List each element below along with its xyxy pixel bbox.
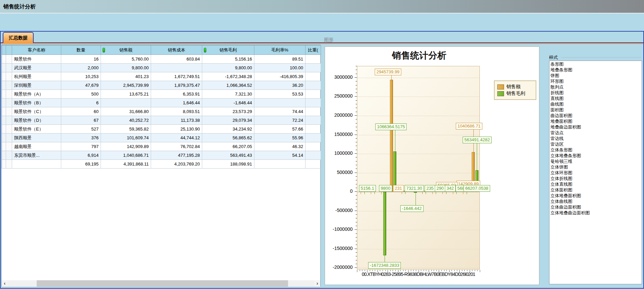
data-label: 235 [425, 185, 435, 192]
style-option[interactable]: 直线图 [549, 96, 642, 101]
column-header-7[interactable]: 比重( [306, 45, 321, 55]
chart-plot-area: 2945739.991066364.51751040686.71563491.4… [357, 66, 480, 269]
chart-style-listbox[interactable]: 条形图堆叠条形图饼图环形图散列点折线图直线图曲线图面积图曲边面积图堆叠面积图堆叠… [549, 61, 642, 284]
style-group-label: 样式 [549, 55, 558, 61]
table-row[interactable]: 顺景软件（A）50013,675.216,353.917,321.3053.53 [2, 90, 321, 99]
row-marker-cell [2, 116, 6, 125]
style-option[interactable]: 曼哈顿三维 [549, 158, 642, 164]
table-row[interactable]: 顺景软件（B）61,646.44-1,646.44 [2, 99, 321, 107]
y-axis-tick [356, 203, 357, 203]
y-axis-tick [356, 89, 357, 89]
table-cell: 6,914 [61, 151, 101, 160]
column-header-4[interactable]: 销售成本 [151, 45, 202, 55]
table-row[interactable]: 武汉顺景2,0009,800.009,800.00100.00 [2, 64, 321, 72]
column-header-3[interactable]: 销售额 [101, 45, 151, 55]
table-cell: 69,195 [61, 160, 101, 169]
column-header-2[interactable]: 数量 [61, 45, 101, 55]
table-cell: 500 [61, 90, 101, 99]
table-row[interactable]: 深圳顺景47,6792,945,739.991,879,375.471,066,… [2, 81, 321, 90]
style-option[interactable]: 立体条形图 [549, 147, 642, 153]
style-option[interactable]: 曲线图 [549, 101, 642, 107]
style-option[interactable]: 雷达区 [549, 141, 642, 147]
y-axis-tick [355, 153, 357, 154]
y-axis-tick [356, 176, 357, 177]
row-marker-cell [6, 151, 12, 160]
table-cell [306, 64, 321, 72]
row-marker-cell [6, 90, 12, 99]
table-row[interactable]: 顺景软件（C）6031,666.808,093.5123,573.2974.44 [2, 107, 321, 116]
style-option[interactable]: 堆叠面积图 [549, 118, 642, 124]
column-header-6[interactable]: 毛利率% [254, 45, 306, 55]
row-marker-cell [2, 72, 6, 81]
style-option[interactable]: 堆叠曲边面积图 [549, 124, 642, 130]
table-cell: 5,156.16 [202, 55, 254, 64]
style-option[interactable]: 环形图 [549, 78, 642, 84]
style-option[interactable]: 饼图 [549, 73, 642, 78]
style-option[interactable]: 条形图 [549, 61, 642, 67]
row-marker-cell [2, 55, 6, 64]
style-option[interactable]: 立体堆叠条形图 [549, 153, 642, 158]
y-axis-tick [356, 252, 357, 253]
style-option[interactable]: 堆叠条形图 [549, 67, 642, 73]
column-header-1[interactable]: 客户名称 [12, 45, 61, 55]
table-total-row[interactable]: 69,1954,391,868.114,203,769.20188,098.91 [2, 160, 321, 169]
style-option[interactable]: 立体饼图 [549, 164, 642, 170]
style-option[interactable]: 立体环形图 [549, 170, 642, 176]
tab-summary-data[interactable]: 汇总数据 [3, 32, 34, 43]
table-cell: 2,000 [61, 64, 101, 72]
table-cell: 10,253 [61, 72, 101, 81]
x-axis-tick [452, 270, 452, 271]
table-cell: 1,646.44 [151, 99, 202, 107]
style-option[interactable]: 立体堆叠曲边面积图 [549, 210, 642, 216]
table-row[interactable]: 越南顺景797142,909.8976,702.8466,207.0546.32 [2, 142, 321, 151]
style-option[interactable]: 雷达点 [549, 130, 642, 136]
style-option[interactable]: 雷达线 [549, 136, 642, 141]
bar-销售额-深圳顺景 [390, 80, 393, 192]
y-axis-tick [356, 112, 357, 112]
row-marker-header [6, 45, 12, 55]
style-option[interactable]: 立体面积图 [549, 187, 642, 193]
table-cell: 23,573.29 [202, 107, 254, 116]
style-option[interactable]: 立体堆叠面积图 [549, 193, 642, 198]
y-axis-tick [356, 180, 357, 180]
y-axis-tick-label: -500000 [326, 208, 353, 213]
y-axis-tick [356, 214, 357, 215]
x-axis-tick [436, 270, 437, 271]
x-axis-tick [372, 270, 373, 271]
gridline [357, 173, 479, 173]
column-header-5[interactable]: 销售毛利 [202, 45, 254, 55]
x-axis-tick [472, 270, 472, 271]
x-axis-tick [383, 270, 383, 271]
style-option[interactable]: 立体曲线图 [549, 198, 642, 204]
scroll-right-icon[interactable]: › [314, 280, 320, 287]
row-marker-cell [6, 160, 12, 169]
bar-销售毛利-杭州顺景 [383, 192, 386, 255]
scrollbar-thumb[interactable] [37, 280, 288, 287]
x-axis-tick [413, 270, 414, 271]
callout-leader [395, 130, 395, 151]
style-option[interactable]: 立体曲边面积图 [549, 204, 642, 210]
horizontal-scrollbar[interactable]: ‹ › [2, 280, 320, 287]
x-axis-tick [395, 270, 396, 271]
table-cell: 1,672,749.51 [151, 72, 202, 81]
table-row[interactable]: 杭州顺景10,253401.231,672,749.51-1,672,348.2… [2, 72, 321, 81]
row-marker-cell [6, 81, 12, 90]
table-row[interactable]: 顺景软件（D）6740,252.7211,173.3829,079.3472.2… [2, 116, 321, 125]
style-option[interactable]: 曲边面积图 [549, 113, 642, 118]
table-row[interactable]: 顺景软件165,760.00603.845,156.1689.51 [2, 55, 321, 64]
table-row[interactable]: 顺景软件（E）52759,365.8225,130.9034,234.9257.… [2, 125, 321, 134]
table-cell: -416,805.39 [254, 72, 306, 81]
x-axis-tick [416, 270, 416, 271]
style-option[interactable]: 面积图 [549, 107, 642, 113]
style-option[interactable]: 立体折线图 [549, 176, 642, 181]
table-cell: 25,130.90 [151, 125, 202, 134]
table-row[interactable]: 陕西顺景376101,609.7444,744.1256,865.6255.96 [2, 134, 321, 142]
style-option[interactable]: 折线图 [549, 90, 642, 96]
scroll-left-icon[interactable]: ‹ [2, 280, 8, 287]
style-option[interactable]: 立体直线图 [549, 181, 642, 187]
table-cell: 6,353.91 [151, 90, 202, 99]
row-marker-cell [2, 81, 6, 90]
style-option[interactable]: 散列点 [549, 84, 642, 90]
table-cell: 376 [61, 134, 101, 142]
table-row[interactable]: 东莞市顺景...6,9141,040,686.71477,195.28563,4… [2, 151, 321, 160]
